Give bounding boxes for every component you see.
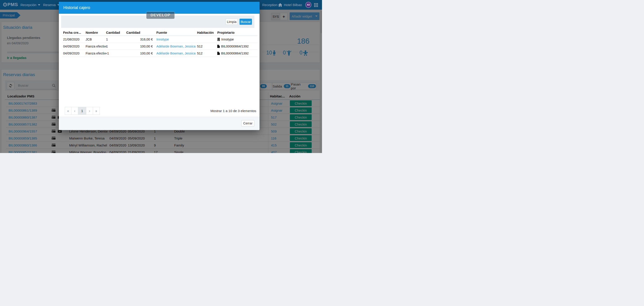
pagination-first[interactable]: « — [65, 107, 72, 115]
nav-reserva-label: Reserva — [43, 3, 56, 7]
col-habitacion[interactable]: Habitación — [197, 31, 214, 34]
nav-hotel-label: Hotel Bilbao — [284, 3, 302, 7]
nav-item-reserva[interactable]: Reserva — [43, 0, 60, 10]
propietario-text: BIL00000864/1392 — [221, 45, 249, 48]
apps-grid-icon[interactable] — [314, 3, 318, 7]
cantidad-cell: 1 — [106, 38, 108, 41]
habitacion-cell: 512 — [197, 52, 202, 55]
importe-cell: 316,00 € — [126, 38, 153, 41]
results-summary: Mostrar 1 a 10 de 3 elementos — [210, 107, 256, 115]
nav-reception-label: Reception — [262, 3, 278, 7]
table-header-row: Fecha cre... Nombre Cantidad Cantidad Fu… — [62, 30, 258, 36]
fecha-cell: 04/09/2020 — [63, 52, 80, 55]
pagination-next[interactable]: › — [86, 107, 93, 115]
fuente-link[interactable]: Adélaïde Bowman, Jessica — [156, 52, 196, 55]
habitacion-cell: 512 — [197, 45, 202, 48]
modal-title: Historial cajero — [63, 6, 90, 10]
clear-button[interactable]: Limpia — [226, 19, 238, 25]
avatar[interactable]: AD — [305, 2, 312, 8]
cantidad-cell: -1 — [106, 52, 109, 55]
nombre-cell: Fianza efectivo — [86, 52, 106, 55]
col-cantidad[interactable]: Cantidad — [106, 31, 120, 34]
cashier-row: 21/08/2020 JCB 1 316,00 € Innotype Innot… — [62, 36, 258, 43]
brand-u-icon: U — [3, 3, 7, 7]
cashier-row: 04/09/2020 Fianza efectivo 1 100,00 € Ad… — [62, 43, 258, 50]
pagination-page-1[interactable]: 1 — [78, 107, 86, 115]
search-button[interactable]: Buscar — [240, 19, 252, 25]
propietario-cell: Innotype — [217, 38, 234, 41]
pagination: « ‹ 1 › » — [65, 107, 100, 115]
home-icon — [278, 3, 282, 7]
modal-footer: Cerrar — [59, 117, 260, 130]
col-nombre[interactable]: Nombre — [86, 31, 98, 34]
document-icon — [217, 52, 220, 55]
nav-recepcion-label: Recepción — [20, 3, 36, 7]
cantidad-cell: 1 — [106, 45, 108, 48]
brand-text: PMS — [8, 2, 18, 7]
cashier-history-table: Fecha cre... Nombre Cantidad Cantidad Fu… — [62, 30, 258, 57]
propietario-cell: BIL00000864/1392 — [217, 52, 249, 55]
col-fuente[interactable]: Fuente — [156, 31, 167, 34]
col-fecha-creacion[interactable]: Fecha cre... — [63, 31, 81, 34]
nombre-cell: JCB — [86, 38, 106, 41]
propietario-text: BIL00000864/1392 — [221, 52, 249, 55]
col-cantidad-importe[interactable]: Cantidad — [126, 31, 140, 34]
document-icon — [217, 45, 220, 48]
fuente-link[interactable]: Innotype — [156, 38, 169, 41]
propietario-cell: BIL00000864/1392 — [217, 45, 249, 48]
building-icon — [217, 38, 220, 41]
cashier-row: 04/09/2020 Fianza efectivo -1 100,00 € A… — [62, 50, 258, 57]
close-button[interactable]: Cerrar — [241, 120, 254, 126]
nombre-cell: Fianza efectivo — [86, 45, 106, 48]
chevron-down-icon — [38, 4, 40, 6]
app-logo[interactable]: U PMS — [3, 2, 18, 7]
col-propietario[interactable]: Propietario — [217, 31, 234, 34]
fecha-cell: 21/08/2020 — [63, 38, 80, 41]
historial-cajero-modal: Historial cajero Limpia Buscar Fecha cre… — [59, 2, 260, 130]
nav-item-hotel[interactable]: Hotel Bilbao — [278, 0, 302, 10]
fuente-link[interactable]: Adélaïde Bowman, Jessica — [156, 45, 196, 48]
importe-cell: 100,00 € — [126, 45, 153, 48]
fecha-cell: 04/09/2020 — [63, 45, 80, 48]
propietario-text: Innotype — [221, 38, 234, 41]
develop-environment-badge: DEVELOP — [146, 12, 174, 19]
nav-item-reception[interactable]: Reception — [262, 0, 278, 10]
importe-cell: 100,00 € — [126, 52, 153, 55]
pagination-last[interactable]: » — [93, 107, 100, 115]
nav-item-recepcion[interactable]: Recepción — [20, 0, 40, 10]
pagination-prev[interactable]: ‹ — [72, 107, 78, 115]
